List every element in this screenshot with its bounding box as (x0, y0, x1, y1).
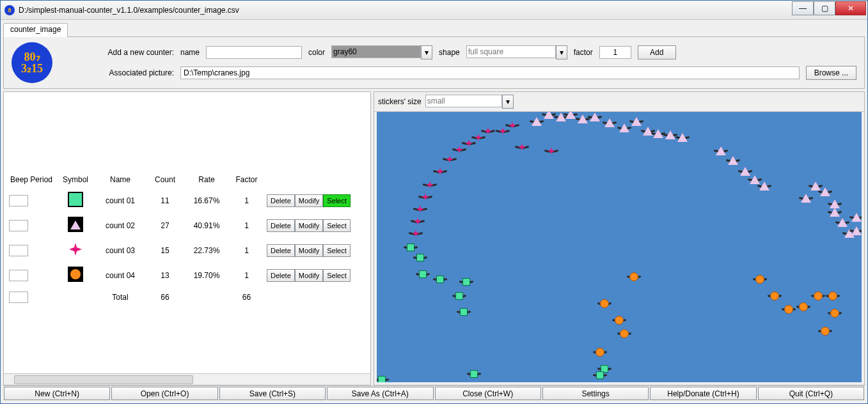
modify-button[interactable]: Modify (295, 244, 323, 257)
total-beep-input[interactable] (9, 291, 28, 303)
sticker-marker[interactable] (851, 226, 862, 235)
sticker-marker[interactable] (653, 129, 663, 138)
sticker-marker[interactable] (830, 208, 840, 217)
sticker-marker[interactable] (544, 112, 554, 119)
sticker-marker[interactable] (801, 194, 811, 203)
beep-input[interactable] (9, 270, 28, 281)
sticker-marker[interactable] (407, 244, 414, 251)
sticker-marker[interactable] (436, 276, 444, 283)
sticker-marker[interactable] (517, 143, 526, 152)
select-button[interactable]: Select (323, 219, 351, 232)
select-button[interactable]: Select (323, 194, 351, 207)
image-canvas[interactable] (377, 112, 862, 382)
bottom-button[interactable]: Help/Donate (Ctrl+H) (650, 387, 756, 400)
bottom-button[interactable]: Save (Ctrl+S) (219, 387, 326, 400)
bottom-button[interactable]: Settings (542, 387, 649, 400)
sticker-marker[interactable] (462, 278, 470, 286)
color-select[interactable] (331, 45, 421, 58)
sticker-marker[interactable] (578, 114, 588, 123)
select-button[interactable]: Select (323, 269, 351, 282)
sticker-marker[interactable] (436, 167, 445, 176)
sticker-marker[interactable] (837, 218, 848, 227)
sticker-marker[interactable] (770, 291, 779, 300)
sticker-marker[interactable] (620, 329, 629, 338)
sticker-marker[interactable] (728, 156, 738, 165)
modify-button[interactable]: Modify (295, 194, 323, 207)
bottom-button[interactable]: Open (Ctrl+O) (111, 387, 217, 400)
sticker-marker[interactable] (665, 130, 675, 139)
maximize-button[interactable]: ▢ (814, 1, 835, 15)
sticker-marker[interactable] (470, 370, 478, 378)
color-dropdown-icon[interactable]: ▾ (421, 45, 432, 59)
sticker-marker[interactable] (416, 254, 424, 261)
sticker-marker[interactable] (600, 299, 609, 308)
shape-dropdown-icon[interactable]: ▾ (556, 45, 567, 59)
sticker-marker[interactable] (413, 217, 422, 226)
browse-button[interactable]: Browse ... (806, 66, 856, 80)
sticker-marker[interactable] (677, 133, 688, 142)
bottom-button[interactable]: New (Ctrl+N) (4, 387, 110, 400)
sticker-marker[interactable] (445, 155, 454, 164)
delete-button[interactable]: Delete (267, 269, 295, 282)
sticker-size-select[interactable] (425, 95, 502, 107)
name-input[interactable] (206, 46, 302, 59)
add-button[interactable]: Add (638, 45, 676, 59)
sticker-marker[interactable] (784, 305, 793, 314)
bottom-button[interactable]: Quit (Ctrl+Q) (758, 387, 864, 400)
factor-input[interactable] (599, 46, 631, 59)
minimize-button[interactable]: — (792, 1, 814, 15)
sticker-marker[interactable] (615, 316, 624, 325)
sticker-marker[interactable] (740, 167, 750, 176)
sticker-marker[interactable] (604, 118, 615, 127)
sticker-marker[interactable] (411, 229, 420, 238)
sticker-marker[interactable] (851, 213, 862, 222)
tab-counter-image[interactable]: counter_image (3, 23, 68, 37)
bottom-button[interactable]: Save As (Ctrl+A) (327, 387, 433, 400)
sticker-marker[interactable] (421, 192, 430, 201)
sticker-marker[interactable] (419, 270, 427, 278)
sticker-marker[interactable] (378, 376, 386, 382)
sticker-marker[interactable] (629, 272, 638, 281)
modify-button[interactable]: Modify (295, 219, 323, 232)
bottom-button[interactable]: Close (Ctrl+W) (435, 387, 541, 400)
sticker-marker[interactable] (750, 175, 760, 184)
delete-button[interactable]: Delete (267, 219, 295, 232)
beep-input[interactable] (9, 245, 28, 256)
beep-input[interactable] (9, 220, 28, 231)
sticker-marker[interactable] (755, 275, 764, 284)
sticker-marker[interactable] (484, 127, 493, 136)
close-button[interactable]: ✕ (835, 1, 866, 15)
delete-button[interactable]: Delete (267, 244, 295, 257)
sticker-marker[interactable] (460, 308, 468, 316)
beep-input[interactable] (9, 195, 28, 206)
sticker-marker[interactable] (631, 117, 642, 126)
assoc-picture-input[interactable] (180, 66, 800, 79)
sticker-marker[interactable] (759, 182, 769, 190)
sticker-marker[interactable] (590, 113, 600, 121)
sticker-marker[interactable] (565, 112, 576, 119)
sticker-marker[interactable] (596, 348, 604, 357)
sticker-marker[interactable] (416, 205, 425, 214)
sticker-marker[interactable] (619, 123, 629, 132)
sticker-marker[interactable] (508, 121, 517, 130)
delete-button[interactable]: Delete (267, 194, 295, 207)
modify-button[interactable]: Modify (295, 269, 323, 282)
sticker-marker[interactable] (498, 127, 507, 136)
sticker-marker[interactable] (455, 292, 463, 300)
horizontal-scrollbar[interactable] (4, 373, 370, 385)
sticker-marker[interactable] (814, 291, 823, 300)
sticker-marker[interactable] (425, 180, 434, 189)
sticker-marker[interactable] (716, 146, 726, 155)
sticker-marker[interactable] (830, 309, 839, 318)
sticker-marker[interactable] (547, 146, 556, 155)
shape-select[interactable] (466, 45, 556, 58)
sticker-marker[interactable] (532, 117, 542, 126)
sticker-marker[interactable] (821, 327, 830, 336)
sticker-marker[interactable] (799, 302, 808, 311)
sticker-marker[interactable] (596, 371, 604, 379)
sticker-dropdown-icon[interactable]: ▾ (502, 95, 514, 109)
sticker-marker[interactable] (455, 145, 464, 154)
sticker-marker[interactable] (828, 291, 837, 300)
sticker-marker[interactable] (464, 139, 473, 148)
select-button[interactable]: Select (323, 244, 351, 257)
